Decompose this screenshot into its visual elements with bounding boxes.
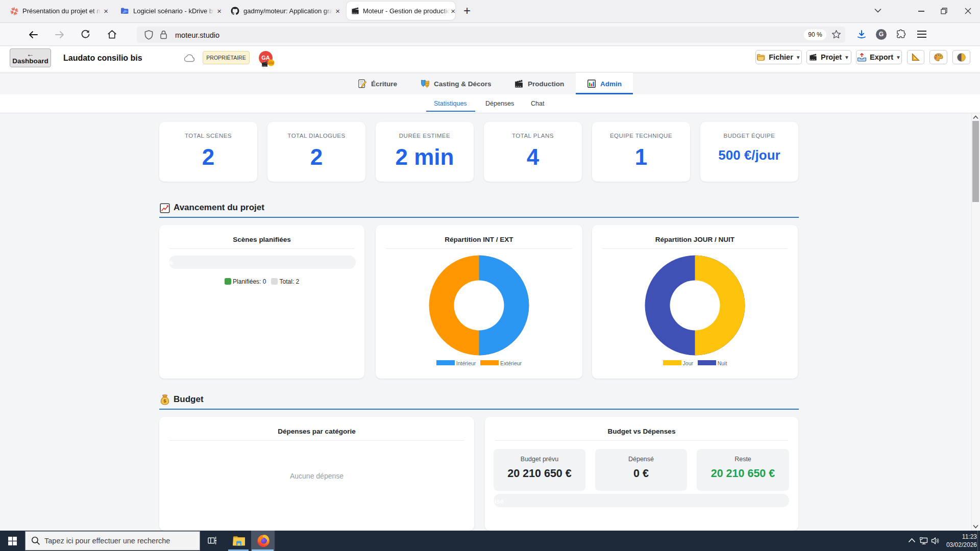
svg-text:$: $ [163,398,166,404]
